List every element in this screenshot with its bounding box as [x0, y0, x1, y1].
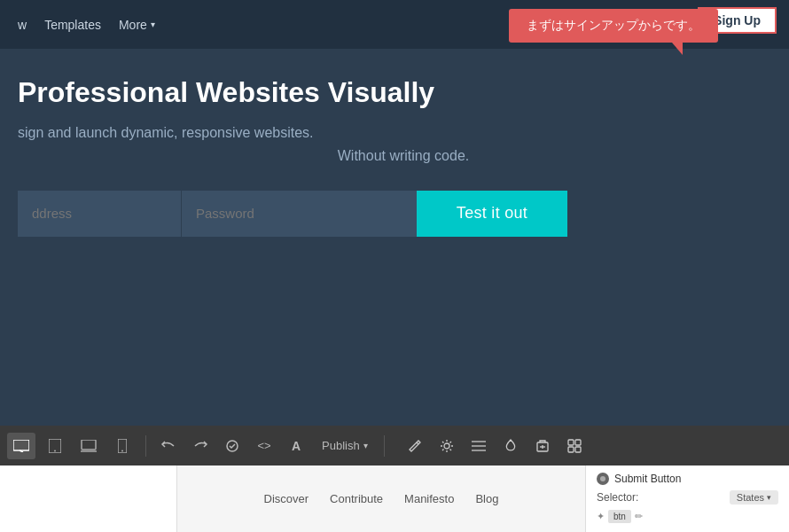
pen-tool-button[interactable] [401, 433, 429, 459]
font-icon: A [292, 439, 301, 453]
contribute-link[interactable]: Contribute [330, 492, 383, 505]
toolbar-right-icons [401, 433, 589, 459]
website-preview: w Templates More ▾ Log In Sign Up まずはサイン… [0, 0, 789, 426]
color-icon [504, 439, 518, 453]
star-icon: ✦ [597, 511, 605, 522]
svg-point-21 [600, 476, 605, 481]
discover-link[interactable]: Discover [264, 492, 309, 505]
laptop-icon [81, 440, 97, 452]
redo-button[interactable] [187, 433, 214, 459]
btn-selector-row: ✦ btn ✏ [597, 510, 778, 523]
toolbar-separator-2 [384, 435, 385, 457]
settings-button[interactable] [433, 433, 461, 459]
pen-icon [408, 439, 422, 453]
nav-left: w Templates More ▾ [18, 18, 155, 32]
svg-rect-18 [575, 440, 581, 445]
publish-label: Publish [322, 439, 360, 452]
callout-box: まずはサインアップからです。 [509, 9, 718, 43]
callout-wrapper: まずはサインアップからです。 [509, 9, 718, 55]
code-button[interactable]: <> [251, 433, 277, 459]
publish-button[interactable]: Publish ▾ [315, 435, 375, 456]
btn-tag[interactable]: btn [608, 510, 631, 523]
submit-icon [597, 473, 609, 485]
bottom-center-links: Discover Contribute Manifesto Blog [177, 466, 585, 532]
callout-text: まずはサインアップからです。 [527, 18, 700, 32]
hero-subtitle-1: sign and launch dynamic, responsive webs… [18, 121, 771, 145]
svg-rect-19 [568, 447, 574, 452]
svg-point-10 [444, 443, 449, 449]
publish-chevron-icon: ▾ [363, 441, 368, 450]
states-chevron-icon: ▾ [767, 493, 771, 502]
gear-icon [440, 439, 454, 453]
mobile-icon [118, 439, 127, 453]
states-dropdown[interactable]: States ▾ [730, 490, 778, 505]
svg-line-9 [417, 442, 418, 444]
redo-icon [193, 440, 207, 452]
selector-row: Selector: States ▾ [597, 490, 778, 505]
tablet-icon [49, 439, 61, 453]
undo-icon [161, 440, 176, 452]
device-tablet-button[interactable] [41, 433, 69, 459]
svg-rect-4 [82, 440, 96, 450]
svg-point-3 [54, 450, 56, 451]
nav-item-w[interactable]: w [18, 18, 27, 32]
box-button[interactable] [528, 433, 557, 459]
callout-arrow-icon [672, 43, 683, 55]
align-button[interactable] [465, 433, 493, 459]
desktop-icon [13, 440, 29, 452]
submit-button-icon [599, 475, 606, 482]
bottom-panel: Discover Contribute Manifesto Blog Submi… [0, 466, 789, 532]
check-icon [225, 440, 239, 452]
chevron-down-icon: ▾ [151, 20, 155, 29]
color-button[interactable] [496, 433, 525, 459]
states-label: States [737, 492, 764, 503]
manifesto-link[interactable]: Manifesto [404, 492, 454, 505]
check-button[interactable] [219, 433, 246, 459]
hero-title: Professional Websites Visually [18, 75, 771, 109]
device-desktop-button[interactable] [7, 433, 35, 459]
submit-button-label: Submit Button [614, 473, 681, 485]
code-icon: <> [257, 439, 270, 452]
blog-link[interactable]: Blog [475, 492, 498, 505]
svg-rect-20 [575, 447, 581, 452]
nav-right: Log In Sign Up [737, 18, 771, 32]
selector-label: Selector: [597, 491, 638, 504]
signup-form: Test it out [18, 191, 771, 237]
toolbar-separator-1 [145, 435, 146, 457]
svg-point-7 [121, 450, 123, 451]
box-icon [535, 439, 550, 453]
undo-button[interactable] [155, 433, 182, 459]
hero-content: Professional Websites Visually sign and … [0, 49, 789, 254]
device-mobile-button[interactable] [108, 433, 137, 459]
svg-rect-0 [13, 440, 29, 450]
toolbar: <> A Publish ▾ [0, 426, 789, 466]
nav-item-templates[interactable]: Templates [44, 18, 101, 32]
align-icon [472, 440, 486, 452]
submit-button-row: Submit Button [597, 473, 778, 485]
pencil-icon[interactable]: ✏ [635, 511, 643, 522]
svg-rect-17 [568, 440, 574, 445]
font-button[interactable]: A [283, 433, 309, 459]
test-it-out-button[interactable]: Test it out [417, 191, 567, 237]
grid-button[interactable] [560, 433, 589, 459]
nav-item-more[interactable]: More ▾ [119, 18, 155, 32]
password-input[interactable] [182, 191, 417, 237]
nav-more-label: More [119, 18, 147, 32]
hero-subtitle-2: Without writing code. [35, 148, 771, 164]
device-laptop-button[interactable] [74, 433, 103, 459]
bottom-left-panel [0, 466, 177, 532]
grid-icon [567, 439, 582, 453]
email-input[interactable] [18, 191, 182, 237]
properties-panel: Submit Button Selector: States ▾ ✦ btn ✏ [585, 466, 789, 532]
